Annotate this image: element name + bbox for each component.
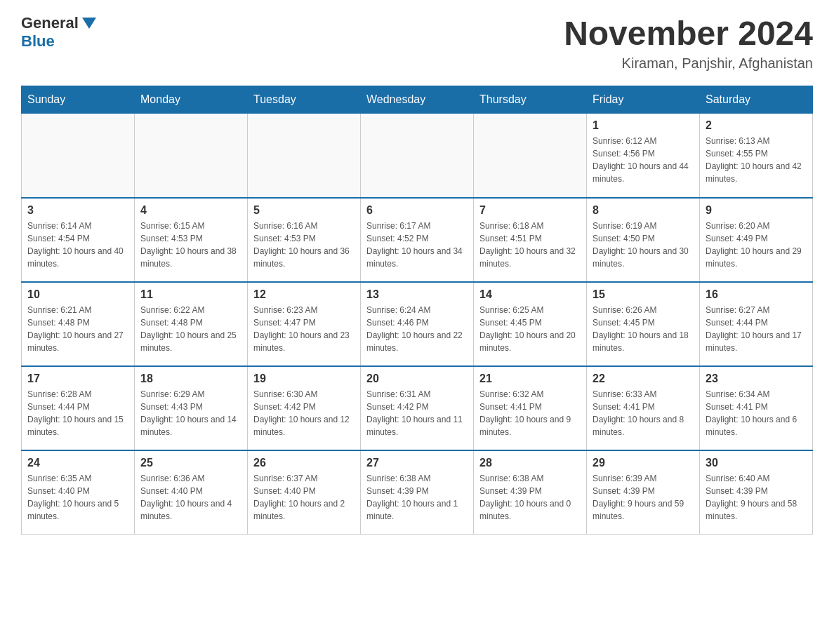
title-section: November 2024 Kiraman, Panjshir, Afghani… <box>564 14 813 72</box>
calendar-day-cell: 4Sunrise: 6:15 AMSunset: 4:53 PMDaylight… <box>135 198 248 282</box>
calendar-day-cell: 8Sunrise: 6:19 AMSunset: 4:50 PMDaylight… <box>587 198 700 282</box>
day-number: 25 <box>140 457 241 469</box>
day-info: Sunrise: 6:25 AMSunset: 4:45 PMDaylight:… <box>479 304 581 354</box>
logo-triangle-icon <box>82 18 96 29</box>
calendar-week-row: 24Sunrise: 6:35 AMSunset: 4:40 PMDayligh… <box>22 450 813 535</box>
calendar-day-cell: 29Sunrise: 6:39 AMSunset: 4:39 PMDayligh… <box>587 450 700 535</box>
day-info: Sunrise: 6:39 AMSunset: 4:39 PMDaylight:… <box>593 472 694 523</box>
calendar-day-cell: 1Sunrise: 6:12 AMSunset: 4:56 PMDaylight… <box>587 114 700 198</box>
page-header: General Blue November 2024 Kiraman, Panj… <box>21 14 813 72</box>
calendar-day-cell: 18Sunrise: 6:29 AMSunset: 4:43 PMDayligh… <box>135 366 248 450</box>
day-info: Sunrise: 6:37 AMSunset: 4:40 PMDaylight:… <box>253 472 355 523</box>
day-number: 16 <box>706 288 807 301</box>
day-info: Sunrise: 6:19 AMSunset: 4:50 PMDaylight:… <box>593 220 694 270</box>
day-number: 11 <box>140 288 241 301</box>
day-info: Sunrise: 6:23 AMSunset: 4:47 PMDaylight:… <box>253 304 355 354</box>
calendar-day-cell: 7Sunrise: 6:18 AMSunset: 4:51 PMDaylight… <box>474 198 587 282</box>
logo-general-text: General <box>21 14 79 32</box>
location-title: Kiraman, Panjshir, Afghanistan <box>564 55 813 72</box>
day-number: 29 <box>593 457 694 469</box>
calendar-day-cell: 20Sunrise: 6:31 AMSunset: 4:42 PMDayligh… <box>361 366 474 450</box>
day-number: 17 <box>27 373 128 385</box>
calendar-day-header: Thursday <box>474 86 587 114</box>
calendar-day-cell: 28Sunrise: 6:38 AMSunset: 4:39 PMDayligh… <box>474 450 587 535</box>
day-number: 21 <box>479 373 581 385</box>
day-number: 2 <box>706 119 807 132</box>
day-number: 15 <box>593 288 694 301</box>
day-number: 19 <box>253 373 355 385</box>
day-number: 30 <box>706 457 807 469</box>
calendar-day-header: Saturday <box>700 86 813 114</box>
day-number: 23 <box>706 373 807 385</box>
calendar-week-row: 3Sunrise: 6:14 AMSunset: 4:54 PMDaylight… <box>22 198 813 282</box>
day-number: 1 <box>593 119 694 132</box>
calendar-week-row: 17Sunrise: 6:28 AMSunset: 4:44 PMDayligh… <box>22 366 813 450</box>
calendar-day-cell: 22Sunrise: 6:33 AMSunset: 4:41 PMDayligh… <box>587 366 700 450</box>
calendar-day-cell: 11Sunrise: 6:22 AMSunset: 4:48 PMDayligh… <box>135 282 248 366</box>
calendar-day-cell: 15Sunrise: 6:26 AMSunset: 4:45 PMDayligh… <box>587 282 700 366</box>
day-info: Sunrise: 6:29 AMSunset: 4:43 PMDaylight:… <box>140 388 241 438</box>
calendar-day-cell: 13Sunrise: 6:24 AMSunset: 4:46 PMDayligh… <box>361 282 474 366</box>
month-title: November 2024 <box>564 14 813 53</box>
day-number: 10 <box>27 288 128 301</box>
day-info: Sunrise: 6:30 AMSunset: 4:42 PMDaylight:… <box>253 388 355 438</box>
day-number: 28 <box>479 457 581 469</box>
calendar-day-cell <box>135 114 248 198</box>
day-info: Sunrise: 6:22 AMSunset: 4:48 PMDaylight:… <box>140 304 241 354</box>
calendar-day-cell: 14Sunrise: 6:25 AMSunset: 4:45 PMDayligh… <box>474 282 587 366</box>
calendar-day-cell: 3Sunrise: 6:14 AMSunset: 4:54 PMDaylight… <box>22 198 135 282</box>
day-info: Sunrise: 6:24 AMSunset: 4:46 PMDaylight:… <box>366 304 468 354</box>
calendar-week-row: 1Sunrise: 6:12 AMSunset: 4:56 PMDaylight… <box>22 114 813 198</box>
day-info: Sunrise: 6:13 AMSunset: 4:55 PMDaylight:… <box>706 135 807 185</box>
day-info: Sunrise: 6:18 AMSunset: 4:51 PMDaylight:… <box>479 220 581 270</box>
calendar-day-cell <box>22 114 135 198</box>
day-number: 27 <box>366 457 468 469</box>
day-number: 14 <box>479 288 581 301</box>
calendar-day-cell: 27Sunrise: 6:38 AMSunset: 4:39 PMDayligh… <box>361 450 474 535</box>
day-info: Sunrise: 6:20 AMSunset: 4:49 PMDaylight:… <box>706 220 807 270</box>
calendar-day-cell: 26Sunrise: 6:37 AMSunset: 4:40 PMDayligh… <box>248 450 361 535</box>
day-info: Sunrise: 6:31 AMSunset: 4:42 PMDaylight:… <box>366 388 468 438</box>
calendar-day-cell: 24Sunrise: 6:35 AMSunset: 4:40 PMDayligh… <box>22 450 135 535</box>
day-info: Sunrise: 6:17 AMSunset: 4:52 PMDaylight:… <box>366 220 468 270</box>
day-number: 26 <box>253 457 355 469</box>
day-info: Sunrise: 6:16 AMSunset: 4:53 PMDaylight:… <box>253 220 355 270</box>
logo-blue-text: Blue <box>21 32 55 51</box>
calendar-day-cell: 21Sunrise: 6:32 AMSunset: 4:41 PMDayligh… <box>474 366 587 450</box>
calendar-day-cell: 17Sunrise: 6:28 AMSunset: 4:44 PMDayligh… <box>22 366 135 450</box>
day-number: 4 <box>140 204 241 217</box>
day-info: Sunrise: 6:27 AMSunset: 4:44 PMDaylight:… <box>706 304 807 354</box>
calendar-day-header: Sunday <box>22 86 135 114</box>
calendar-day-cell: 23Sunrise: 6:34 AMSunset: 4:41 PMDayligh… <box>700 366 813 450</box>
calendar-header-row: SundayMondayTuesdayWednesdayThursdayFrid… <box>22 86 813 114</box>
day-number: 6 <box>366 204 468 217</box>
calendar-day-cell: 30Sunrise: 6:40 AMSunset: 4:39 PMDayligh… <box>700 450 813 535</box>
day-info: Sunrise: 6:32 AMSunset: 4:41 PMDaylight:… <box>479 388 581 438</box>
calendar-day-header: Monday <box>135 86 248 114</box>
day-number: 22 <box>593 373 694 385</box>
day-number: 9 <box>706 204 807 217</box>
day-info: Sunrise: 6:15 AMSunset: 4:53 PMDaylight:… <box>140 220 241 270</box>
calendar-week-row: 10Sunrise: 6:21 AMSunset: 4:48 PMDayligh… <box>22 282 813 366</box>
day-number: 3 <box>27 204 128 217</box>
calendar-table: SundayMondayTuesdayWednesdayThursdayFrid… <box>21 86 813 535</box>
calendar-day-cell: 16Sunrise: 6:27 AMSunset: 4:44 PMDayligh… <box>700 282 813 366</box>
calendar-day-cell: 12Sunrise: 6:23 AMSunset: 4:47 PMDayligh… <box>248 282 361 366</box>
calendar-day-header: Tuesday <box>248 86 361 114</box>
calendar-day-cell <box>248 114 361 198</box>
calendar-day-cell: 10Sunrise: 6:21 AMSunset: 4:48 PMDayligh… <box>22 282 135 366</box>
day-info: Sunrise: 6:36 AMSunset: 4:40 PMDaylight:… <box>140 472 241 523</box>
calendar-day-cell: 25Sunrise: 6:36 AMSunset: 4:40 PMDayligh… <box>135 450 248 535</box>
day-info: Sunrise: 6:38 AMSunset: 4:39 PMDaylight:… <box>479 472 581 523</box>
logo: General Blue <box>21 14 96 51</box>
day-number: 24 <box>27 457 128 469</box>
day-number: 13 <box>366 288 468 301</box>
calendar-day-cell <box>474 114 587 198</box>
day-number: 12 <box>253 288 355 301</box>
logo-general: General <box>21 14 96 32</box>
calendar-day-cell: 5Sunrise: 6:16 AMSunset: 4:53 PMDaylight… <box>248 198 361 282</box>
day-info: Sunrise: 6:21 AMSunset: 4:48 PMDaylight:… <box>27 304 128 354</box>
day-info: Sunrise: 6:28 AMSunset: 4:44 PMDaylight:… <box>27 388 128 438</box>
day-number: 7 <box>479 204 581 217</box>
day-info: Sunrise: 6:12 AMSunset: 4:56 PMDaylight:… <box>593 135 694 185</box>
